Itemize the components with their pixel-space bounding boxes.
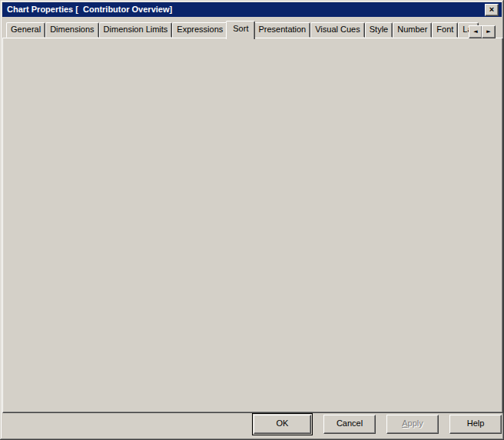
ok-button[interactable]: OK	[252, 413, 313, 435]
close-icon: ×	[489, 5, 494, 14]
right-arrow-icon: ►	[486, 28, 490, 35]
tab-dimensions[interactable]: Dimensions	[45, 22, 98, 38]
tab-strip: GeneralDimensionsDimension LimitsExpress…	[6, 24, 479, 38]
cancel-button[interactable]: Cancel	[323, 415, 376, 434]
tab-general[interactable]: General	[6, 22, 45, 38]
chart-properties-dialog: Chart Properties [ Contributor Overview]…	[0, 0, 504, 440]
window-title: Chart Properties [ Contributor Overview]	[7, 5, 172, 14]
tab-number[interactable]: Number	[393, 22, 432, 38]
tab-visual-cues[interactable]: Visual Cues	[310, 22, 365, 38]
tab-style[interactable]: Style	[365, 22, 393, 38]
tab-scroll-right-button[interactable]: ►	[482, 25, 496, 38]
tab-dimension-limits[interactable]: Dimension Limits	[99, 22, 173, 38]
tab-sort[interactable]: Sort	[226, 21, 255, 39]
tab-expressions[interactable]: Expressions	[172, 22, 227, 38]
tab-presentation[interactable]: Presentation	[254, 22, 310, 38]
help-button[interactable]: Help	[449, 415, 502, 434]
tab-page	[2, 38, 503, 413]
tab-scroll-left-button[interactable]: ◄	[469, 25, 482, 38]
left-arrow-icon: ◄	[473, 28, 477, 35]
close-button[interactable]: ×	[485, 4, 499, 16]
tab-font[interactable]: Font	[432, 22, 458, 38]
apply-button: Apply	[386, 415, 439, 434]
titlebar[interactable]: Chart Properties [ Contributor Overview]	[2, 2, 502, 17]
